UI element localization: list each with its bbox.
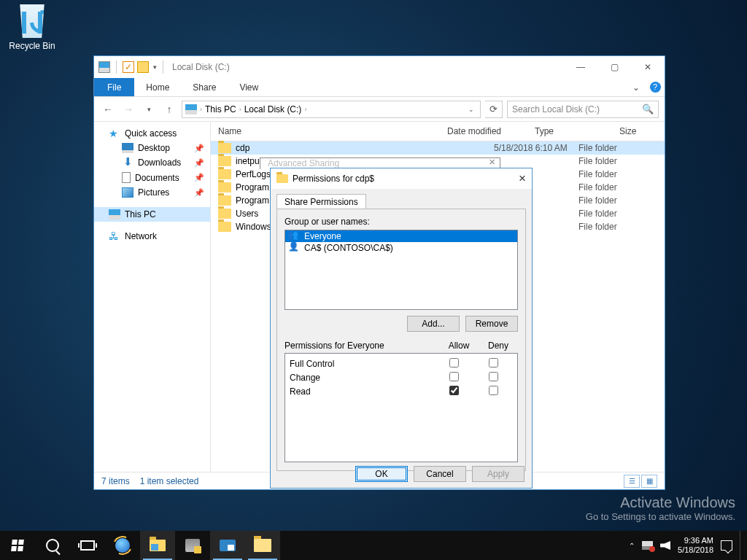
group-users-list[interactable]: EveryoneCA$ (CONTOSO\CA$)	[285, 230, 518, 310]
recycle-bin-icon	[16, 4, 48, 38]
task-view-button[interactable]	[70, 531, 105, 560]
file-date: 5/18/2018 6:10 AM	[494, 143, 574, 153]
folder-icon	[276, 174, 288, 183]
search-input[interactable]: Search Local Disk (C:) 🔍	[507, 101, 659, 118]
clock-time: 9:36 AM	[678, 536, 713, 545]
user-row[interactable]: CA$ (CONTOSO\CA$)	[285, 242, 517, 254]
file-row[interactable]: cdp5/18/2018 6:10 AMFile folder	[211, 141, 665, 155]
taskbar-file-explorer[interactable]	[140, 531, 175, 560]
taskbar-server-manager[interactable]	[175, 531, 210, 560]
chevron-right-icon[interactable]: ›	[200, 106, 202, 113]
quick-access-toolbar: ✓ ▾	[98, 61, 166, 74]
sidebar-pictures[interactable]: Pictures📌	[94, 185, 210, 200]
permissions-for-label: Permissions for Everyone	[285, 341, 439, 351]
desktop-icon-recycle-bin[interactable]: Recycle Bin	[4, 4, 60, 51]
cancel-button[interactable]: Cancel	[414, 466, 466, 482]
group-icon	[288, 231, 300, 241]
show-desktop-button[interactable]	[740, 531, 744, 560]
explorer-titlebar[interactable]: ✓ ▾ Local Disk (C:) — ▢ ✕	[94, 56, 665, 78]
apply-button[interactable]: Apply	[472, 466, 525, 482]
system-tray: ⌃ 9:36 AM 5/18/2018	[629, 531, 747, 560]
allow-checkbox[interactable]	[449, 358, 459, 368]
ribbon-home-tab[interactable]: Home	[134, 78, 181, 96]
breadcrumb-root[interactable]: This PC	[205, 104, 236, 114]
sidebar-this-pc[interactable]: This PC	[94, 207, 210, 222]
network-icon[interactable]	[642, 541, 653, 550]
nav-forward-button[interactable]: →	[120, 101, 136, 117]
close-button[interactable]: ✕	[631, 56, 665, 78]
allow-checkbox[interactable]	[449, 372, 459, 381]
ribbon-share-tab[interactable]: Share	[181, 78, 228, 96]
properties-icon[interactable]: ✓	[123, 61, 134, 73]
start-button[interactable]	[0, 531, 35, 560]
column-size[interactable]: Size	[612, 122, 665, 141]
add-button[interactable]: Add...	[407, 316, 460, 332]
search-button[interactable]	[35, 531, 70, 560]
minimize-button[interactable]: —	[564, 56, 597, 78]
taskbar-rdp[interactable]	[210, 531, 245, 560]
tray-overflow-button[interactable]: ⌃	[629, 542, 635, 550]
address-dropdown-icon[interactable]: ⌄	[465, 106, 477, 113]
ribbon-view-tab[interactable]: View	[228, 78, 270, 96]
dialog-title: Advanced Sharing	[268, 158, 339, 168]
qat-dropdown-icon[interactable]: ▾	[153, 63, 157, 71]
navigation-pane: ★Quick access Desktop📌 ⬇Downloads📌 Docum…	[94, 122, 211, 472]
remove-button[interactable]: Remove	[465, 316, 518, 332]
volume-icon[interactable]	[660, 541, 670, 550]
desktop-icon-label: Recycle Bin	[4, 41, 60, 51]
breadcrumb-location[interactable]: Local Disk (C:)	[244, 104, 302, 114]
ribbon-expand-icon[interactable]: ⌄	[627, 78, 646, 96]
user-row[interactable]: Everyone	[285, 230, 517, 242]
search-icon	[46, 539, 59, 552]
windows-icon	[11, 540, 24, 551]
clock[interactable]: 9:36 AM 5/18/2018	[678, 536, 713, 555]
rdp-icon	[220, 540, 236, 551]
help-button[interactable]: ?	[646, 78, 665, 96]
pin-icon: 📌	[194, 144, 204, 153]
sidebar-downloads[interactable]: ⬇Downloads📌	[94, 155, 210, 170]
taskbar-open-folder[interactable]	[245, 531, 280, 560]
dialog-titlebar[interactable]: Permissions for cdp$ ×	[271, 168, 532, 189]
document-icon	[122, 172, 131, 183]
deny-checkbox[interactable]	[489, 358, 498, 368]
star-icon: ★	[109, 128, 120, 139]
column-date[interactable]: Date modified	[440, 122, 527, 141]
ribbon-file-tab[interactable]: File	[94, 78, 134, 96]
deny-checkbox[interactable]	[489, 386, 498, 395]
maximize-button[interactable]: ▢	[597, 56, 631, 78]
taskbar-ie[interactable]	[105, 531, 140, 560]
ok-button[interactable]: OK	[355, 466, 408, 482]
file-type: File folder	[578, 195, 660, 206]
address-bar: ← → ▾ ↑ › This PC › Local Disk (C:) › ⌄ …	[94, 97, 665, 122]
allow-header: Allow	[439, 341, 479, 351]
permission-row: Change	[290, 370, 513, 384]
column-name[interactable]: Name	[211, 122, 440, 141]
file-type: File folder	[578, 143, 660, 153]
new-folder-icon[interactable]	[137, 61, 149, 73]
watermark-title: Activate Windows	[586, 494, 735, 511]
search-icon[interactable]: 🔍	[642, 104, 654, 114]
action-center-icon[interactable]	[721, 540, 732, 551]
sidebar-quick-access[interactable]: ★Quick access	[94, 126, 210, 141]
chevron-right-icon[interactable]: ›	[304, 106, 306, 113]
allow-checkbox[interactable]	[449, 386, 459, 395]
nav-back-button[interactable]: ←	[100, 101, 116, 117]
deny-header: Deny	[479, 341, 518, 351]
chevron-right-icon[interactable]: ›	[239, 106, 241, 113]
column-type[interactable]: Type	[527, 122, 612, 141]
nav-up-button[interactable]: ↑	[161, 101, 177, 117]
sidebar-network[interactable]: 🖧Network	[94, 229, 210, 244]
refresh-button[interactable]: ⟳	[485, 101, 503, 118]
deny-checkbox[interactable]	[489, 372, 498, 381]
file-type: File folder	[578, 222, 660, 232]
sidebar-desktop[interactable]: Desktop📌	[94, 141, 210, 155]
nav-history-button[interactable]: ▾	[141, 101, 157, 117]
file-type: File folder	[578, 169, 660, 179]
view-details-button[interactable]: ☰	[624, 475, 640, 488]
sidebar-documents[interactable]: Documents📌	[94, 170, 210, 185]
tab-share-permissions[interactable]: Share Permissions	[276, 194, 366, 209]
pc-icon[interactable]	[98, 61, 110, 73]
view-icons-button[interactable]: ▦	[641, 475, 657, 488]
close-button[interactable]: ×	[504, 171, 526, 186]
breadcrumb[interactable]: › This PC › Local Disk (C:) › ⌄	[182, 101, 481, 118]
